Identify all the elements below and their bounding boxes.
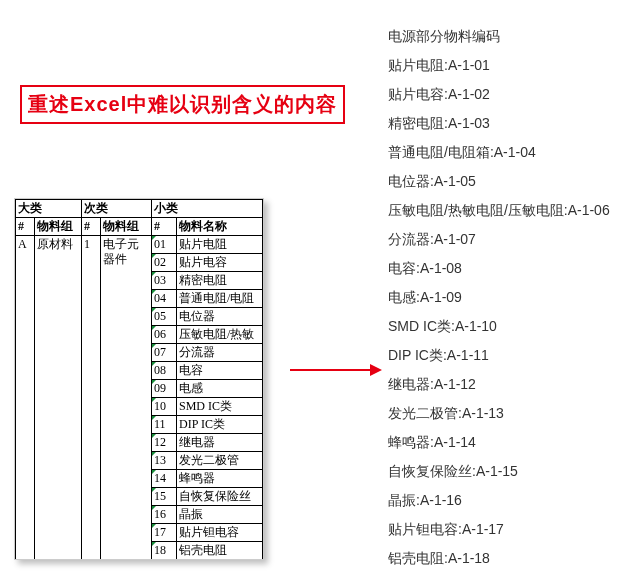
- minor-code-cell: 1: [82, 236, 101, 560]
- sub-code-cell: 11: [152, 416, 177, 434]
- group-header-sub: 小类: [152, 200, 263, 218]
- code-list-item: 精密电阻:A-1-03: [388, 109, 610, 138]
- col-hash: #: [16, 218, 35, 236]
- sub-name-cell: 蜂鸣器: [177, 470, 263, 488]
- code-list-item: SMD IC类:A-1-10: [388, 312, 610, 341]
- code-list-item: 发光二极管:A-1-13: [388, 399, 610, 428]
- col-minor-name: 物料组: [101, 218, 152, 236]
- sub-code-cell: 02: [152, 254, 177, 272]
- sub-name-cell: 铝壳电阻: [177, 542, 263, 560]
- sub-name-cell: 贴片电阻: [177, 236, 263, 254]
- sub-name-cell: 贴片电容: [177, 254, 263, 272]
- sub-name-cell: 电感: [177, 380, 263, 398]
- col-sub-name: 物料名称: [177, 218, 263, 236]
- code-list-item: 自恢复保险丝:A-1-15: [388, 457, 610, 486]
- sub-code-cell: 05: [152, 308, 177, 326]
- sub-name-cell: 贴片钽电容: [177, 524, 263, 542]
- code-list-item: 电感:A-1-09: [388, 283, 610, 312]
- minor-name-cell: 电子元器件: [101, 236, 152, 560]
- group-header-major: 大类: [16, 200, 82, 218]
- sub-code-cell: 10: [152, 398, 177, 416]
- sub-name-cell: DIP IC类: [177, 416, 263, 434]
- arrow-icon: [290, 360, 382, 380]
- code-list-item: 电容:A-1-08: [388, 254, 610, 283]
- sub-code-cell: 15: [152, 488, 177, 506]
- code-list-item: DIP IC类:A-1-11: [388, 341, 610, 370]
- sub-name-cell: 继电器: [177, 434, 263, 452]
- sub-code-cell: 14: [152, 470, 177, 488]
- material-table: 大类 次类 小类 # 物料组 # 物料组 # 物料名称 A原材料1电子元器件01…: [15, 199, 263, 560]
- code-list: 电源部分物料编码 贴片电阻:A-1-01贴片电容:A-1-02精密电阻:A-1-…: [388, 22, 610, 573]
- sub-name-cell: SMD IC类: [177, 398, 263, 416]
- sub-code-cell: 08: [152, 362, 177, 380]
- table-row: A原材料1电子元器件01贴片电阻: [16, 236, 263, 254]
- sub-name-cell: 普通电阻/电阻: [177, 290, 263, 308]
- sub-name-cell: 电容: [177, 362, 263, 380]
- sub-code-cell: 12: [152, 434, 177, 452]
- sub-code-cell: 16: [152, 506, 177, 524]
- code-list-item: 铝壳电阻:A-1-18: [388, 544, 610, 573]
- col-minor-hash: #: [82, 218, 101, 236]
- sub-code-cell: 18: [152, 542, 177, 560]
- code-list-item: 普通电阻/电阻箱:A-1-04: [388, 138, 610, 167]
- code-list-item: 贴片钽电容:A-1-17: [388, 515, 610, 544]
- sub-code-cell: 13: [152, 452, 177, 470]
- code-list-item: 晶振:A-1-16: [388, 486, 610, 515]
- col-sub-hash: #: [152, 218, 177, 236]
- sub-code-cell: 04: [152, 290, 177, 308]
- excel-table: 大类 次类 小类 # 物料组 # 物料组 # 物料名称 A原材料1电子元器件01…: [14, 198, 264, 560]
- sub-name-cell: 发光二极管: [177, 452, 263, 470]
- sub-code-cell: 03: [152, 272, 177, 290]
- sub-name-cell: 分流器: [177, 344, 263, 362]
- group-header-minor: 次类: [82, 200, 152, 218]
- document-title: 重述Excel中难以识别含义的内容: [20, 85, 345, 124]
- code-list-heading: 电源部分物料编码: [388, 22, 610, 51]
- group-header-row: 大类 次类 小类: [16, 200, 263, 218]
- code-list-item: 电位器:A-1-05: [388, 167, 610, 196]
- sub-name-cell: 压敏电阻/热敏: [177, 326, 263, 344]
- code-list-item: 继电器:A-1-12: [388, 370, 610, 399]
- sub-name-cell: 精密电阻: [177, 272, 263, 290]
- code-list-item: 贴片电容:A-1-02: [388, 80, 610, 109]
- code-list-item: 贴片电阻:A-1-01: [388, 51, 610, 80]
- major-code-cell: A: [16, 236, 35, 560]
- code-list-item: 分流器:A-1-07: [388, 225, 610, 254]
- sub-code-cell: 07: [152, 344, 177, 362]
- sub-name-cell: 电位器: [177, 308, 263, 326]
- sub-code-cell: 17: [152, 524, 177, 542]
- sub-name-cell: 晶振: [177, 506, 263, 524]
- column-header-row: # 物料组 # 物料组 # 物料名称: [16, 218, 263, 236]
- sub-code-cell: 09: [152, 380, 177, 398]
- sub-name-cell: 自恢复保险丝: [177, 488, 263, 506]
- sub-code-cell: 01: [152, 236, 177, 254]
- sub-code-cell: 06: [152, 326, 177, 344]
- col-major-name: 物料组: [35, 218, 82, 236]
- code-list-item: 压敏电阻/热敏电阻/压敏电阻:A-1-06: [388, 196, 610, 225]
- code-list-item: 蜂鸣器:A-1-14: [388, 428, 610, 457]
- major-name-cell: 原材料: [35, 236, 82, 560]
